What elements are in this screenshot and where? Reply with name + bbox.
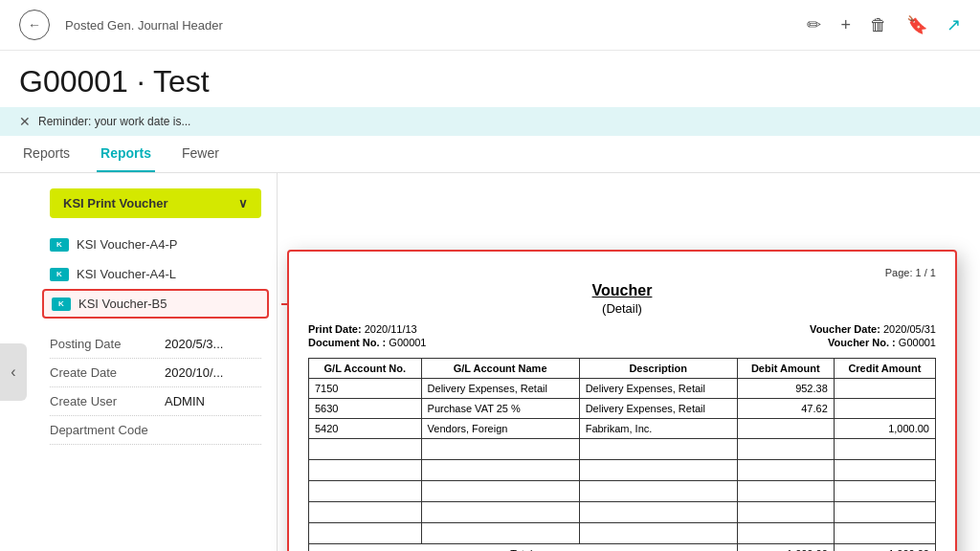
cell-credit	[834, 523, 935, 544]
cell-account-name	[421, 481, 579, 502]
cell-credit	[834, 379, 935, 399]
voucher-date: Voucher Date: 2020/05/31	[810, 323, 936, 335]
field-posting-date: Posting Date 2020/5/3...	[50, 330, 261, 359]
menu-item-voucher-b5[interactable]: K KSI Voucher-B5 ▶	[42, 289, 269, 319]
field-label: Create Date	[50, 365, 165, 380]
cell-description	[579, 502, 737, 523]
col-account-name: G/L Account Name	[421, 359, 579, 379]
cell-account-no	[309, 481, 422, 502]
edit-icon[interactable]: ✏	[807, 14, 821, 35]
field-value: 2020/5/3...	[165, 337, 223, 351]
voucher-meta-left: Print Date: 2020/11/13 Document No. : G0…	[308, 323, 427, 348]
add-icon[interactable]: +	[840, 15, 851, 35]
left-panel: KSI Print Voucher ∨ K KSI Voucher-A4-P K…	[0, 173, 278, 551]
field-create-date: Create Date 2020/10/...	[50, 359, 261, 387]
table-row	[309, 460, 936, 481]
voucher-no: Voucher No. : G00001	[810, 337, 936, 348]
cell-credit	[834, 481, 935, 502]
voucher-meta: Print Date: 2020/11/13 Document No. : G0…	[308, 323, 936, 348]
back-button[interactable]: ←	[19, 10, 50, 40]
toolbar-icons: ✏ + 🗑 🔖 ↗	[807, 14, 961, 35]
reminder-bar: ✕ Reminder: your work date is...	[0, 107, 980, 136]
voucher-meta-right: Voucher Date: 2020/05/31 Voucher No. : G…	[810, 323, 936, 348]
menu-item-voucher-a4-p[interactable]: K KSI Voucher-A4-P	[34, 230, 277, 259]
menu-item-label: KSI Voucher-B5	[78, 297, 167, 311]
field-value: ADMIN	[165, 394, 205, 408]
col-credit: Credit Amount	[834, 359, 935, 379]
total-debit: 1,000.00	[737, 544, 834, 552]
voucher-table: G/L Account No. G/L Account Name Descrip…	[308, 358, 936, 551]
table-row: 5420 Vendors, Foreign Fabrikam, Inc. 1,0…	[309, 419, 936, 439]
field-create-user: Create User ADMIN	[50, 387, 261, 416]
cell-account-no: 5420	[309, 419, 422, 439]
cell-account-no: 7150	[309, 379, 422, 399]
ksi-icon-a4p: K	[50, 238, 69, 252]
cell-description	[579, 523, 737, 544]
menu-item-label: KSI Voucher-A4-P	[77, 237, 178, 252]
cell-account-name: Purchase VAT 25 %	[421, 399, 579, 419]
reminder-close-button[interactable]: ✕	[19, 114, 31, 129]
cell-credit	[834, 439, 935, 460]
total-label: Total:	[309, 544, 738, 552]
fields-area: Posting Date 2020/5/3... Create Date 202…	[34, 319, 277, 456]
cell-description: Delivery Expenses, Retail	[579, 399, 737, 419]
cell-account-name: Vendors, Foreign	[421, 419, 579, 439]
cell-description	[579, 481, 737, 502]
cell-debit	[737, 523, 834, 544]
cell-account-name	[421, 502, 579, 523]
reminder-text: Reminder: your work date is...	[38, 115, 190, 128]
col-description: Description	[579, 359, 737, 379]
cell-credit	[834, 460, 935, 481]
nav-left-button[interactable]: ‹	[0, 343, 27, 401]
cell-credit	[834, 399, 935, 419]
cell-account-name	[421, 523, 579, 544]
cell-account-name: Delivery Expenses, Retail	[421, 379, 579, 399]
col-debit: Debit Amount	[737, 359, 834, 379]
cell-description	[579, 460, 737, 481]
cell-account-no	[309, 523, 422, 544]
cell-description	[579, 439, 737, 460]
cell-description: Delivery Expenses, Retail	[579, 379, 737, 399]
ksi-print-voucher-dropdown[interactable]: KSI Print Voucher ∨	[50, 188, 261, 218]
cell-account-no	[309, 439, 422, 460]
table-row	[309, 439, 936, 460]
document-no: Document No. : G00001	[308, 337, 427, 348]
cell-debit	[737, 419, 834, 439]
cell-debit	[737, 502, 834, 523]
col-account-no: G/L Account No.	[309, 359, 422, 379]
field-label: Department Code	[50, 423, 165, 437]
voucher-document: Page: 1 / 1 Voucher (Detail) Print Date:…	[287, 250, 957, 551]
tab-reports-2[interactable]: Reports	[97, 136, 155, 172]
table-row	[309, 523, 936, 544]
cell-debit: 47.62	[737, 399, 834, 419]
tab-reports-1[interactable]: Reports	[19, 136, 74, 172]
menu-item-voucher-a4-l[interactable]: K KSI Voucher-A4-L	[34, 259, 277, 289]
voucher-page-info: Page: 1 / 1	[308, 267, 936, 278]
field-value: 2020/10/...	[165, 365, 223, 380]
table-row: 5630 Purchase VAT 25 % Delivery Expenses…	[309, 399, 936, 419]
voucher-title: Voucher	[308, 282, 936, 299]
ksi-icon-a4l: K	[50, 268, 69, 281]
table-row: 7150 Delivery Expenses, Retail Delivery …	[309, 379, 936, 399]
cell-credit	[834, 502, 935, 523]
cell-account-name	[421, 439, 579, 460]
cell-account-no	[309, 460, 422, 481]
cell-account-name	[421, 460, 579, 481]
cell-debit	[737, 460, 834, 481]
bookmark-icon[interactable]: 🔖	[906, 14, 927, 35]
dropdown-arrow-icon: ∨	[238, 196, 248, 210]
cell-debit	[737, 439, 834, 460]
page-breadcrumb: Posted Gen. Journal Header	[65, 18, 791, 33]
dropdown-label: KSI Print Voucher	[63, 196, 168, 210]
tabs-row: Reports Reports Fewer	[0, 136, 980, 173]
cell-debit	[737, 481, 834, 502]
field-label: Posting Date	[50, 337, 165, 351]
field-department-code: Department Code	[50, 416, 261, 445]
share-icon[interactable]: ↗	[947, 14, 961, 35]
tab-fewer[interactable]: Fewer	[178, 136, 223, 172]
page-title: G00001 · Test	[0, 51, 980, 107]
cell-account-no: 5630	[309, 399, 422, 419]
delete-icon[interactable]: 🗑	[870, 15, 887, 35]
top-bar: ← Posted Gen. Journal Header ✏ + 🗑 🔖 ↗	[0, 0, 980, 51]
table-row	[309, 481, 936, 502]
